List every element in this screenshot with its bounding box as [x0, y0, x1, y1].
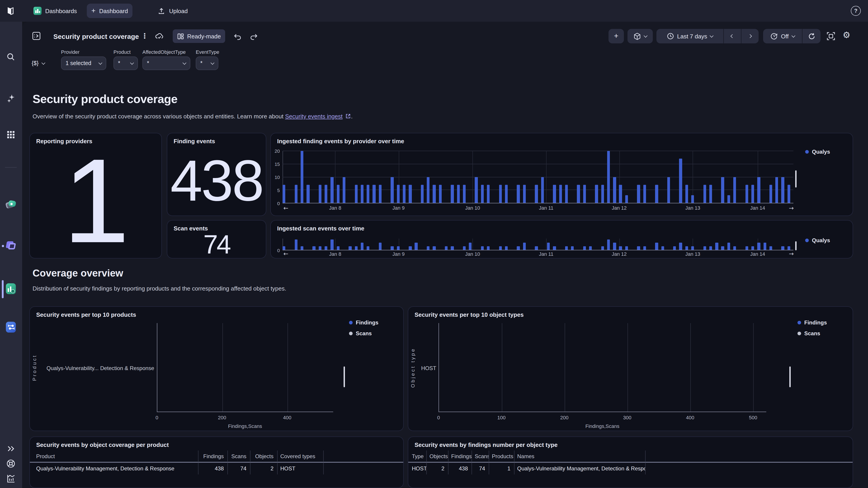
- column-header[interactable]: Product: [30, 451, 198, 463]
- analytics-icon[interactable]: [6, 474, 16, 484]
- legend-item[interactable]: Scans: [349, 330, 378, 337]
- add-tile-button[interactable]: +: [609, 29, 624, 43]
- workflows-app-icon[interactable]: [6, 322, 16, 332]
- security-events-ingest-link[interactable]: Security events ingest: [285, 113, 342, 120]
- pan-right-icon[interactable]: →: [789, 205, 794, 212]
- timeframe-forward-button[interactable]: [741, 29, 758, 43]
- affected-object-type-select[interactable]: *: [143, 57, 190, 70]
- tab-upload[interactable]: Upload: [153, 4, 192, 18]
- legend-scrollbar[interactable]: [795, 241, 797, 250]
- scrollbar[interactable]: [344, 366, 345, 387]
- pan-left-icon[interactable]: ←: [283, 250, 288, 257]
- dashboards-app-icon-active[interactable]: [6, 284, 16, 294]
- column-header[interactable]: Objects: [250, 451, 277, 463]
- cloud-sync-icon[interactable]: [155, 32, 164, 41]
- x-tick-label: Jan 12: [612, 205, 627, 210]
- bar: [770, 185, 772, 203]
- board-icon[interactable]: [32, 31, 41, 41]
- redo-icon[interactable]: [250, 32, 258, 41]
- cube-icon: [633, 32, 641, 40]
- column-header[interactable]: Findings: [198, 451, 227, 463]
- legend-item[interactable]: Findings: [798, 320, 827, 326]
- chart-title: Security events per top 10 products: [36, 311, 136, 318]
- legend-label: Qualys: [812, 237, 830, 243]
- gridline: [565, 323, 565, 412]
- chart-title: Ingested finding events by provider over…: [277, 138, 404, 144]
- column-header[interactable]: Names: [514, 451, 645, 463]
- pan-right-icon[interactable]: →: [789, 250, 794, 257]
- bar: [673, 246, 676, 250]
- apps-grid-icon[interactable]: [6, 130, 16, 140]
- cell: 74: [227, 463, 250, 475]
- column-header[interactable]: Covered types: [277, 451, 323, 463]
- cell-tail: [323, 463, 404, 475]
- support-lifebuoy-icon[interactable]: [6, 459, 16, 468]
- select-value: 1 selected: [66, 60, 91, 66]
- tab-dashboard-active[interactable]: + Dashboard: [87, 4, 132, 18]
- expand-rail-icon[interactable]: [6, 444, 16, 454]
- legend-item[interactable]: Findings: [349, 320, 378, 326]
- legend-item[interactable]: Qualys: [805, 237, 830, 243]
- y-axis: 05101520: [271, 151, 281, 203]
- x-tick-label: Jan 11: [539, 205, 553, 210]
- app-icon-2[interactable]: [6, 241, 16, 251]
- tile-finding-events: Finding events 438: [167, 133, 266, 216]
- x-tick-label: Jan 13: [685, 205, 700, 210]
- timeframe-label: Last 7 days: [677, 33, 707, 39]
- screen: Dashboards + Dashboard Upload ?: [0, 0, 868, 488]
- y-tick-label: 0: [277, 248, 280, 253]
- cell: 1: [489, 463, 514, 475]
- ready-made-badge[interactable]: Ready-made: [173, 29, 225, 43]
- kebab-menu-icon[interactable]: ⋮: [141, 32, 148, 40]
- chart-events-per-object-type: Security events per top 10 object types …: [408, 306, 853, 431]
- pan-left-icon[interactable]: ←: [283, 205, 288, 212]
- timeframe-back-button[interactable]: [724, 29, 741, 43]
- variables-button[interactable]: {$}: [32, 57, 45, 70]
- bar: [745, 246, 748, 250]
- help-icon[interactable]: ?: [851, 6, 861, 16]
- product-select[interactable]: *: [114, 57, 138, 70]
- bar: [613, 177, 616, 203]
- bar: [727, 243, 730, 250]
- active-app-indicator: [2, 280, 4, 298]
- scrollbar[interactable]: [789, 366, 791, 387]
- bar: [661, 246, 664, 250]
- x-tick-label: Jan 14: [750, 251, 765, 257]
- column-header[interactable]: Scans: [227, 451, 250, 463]
- tab-dashboards[interactable]: Dashboards: [29, 4, 81, 18]
- column-header[interactable]: Findings: [448, 451, 471, 463]
- environment-button[interactable]: [627, 29, 653, 43]
- column-header[interactable]: Products: [489, 451, 514, 463]
- legend-item[interactable]: Scans: [798, 330, 827, 337]
- timeframe-selector[interactable]: Last 7 days: [656, 29, 723, 43]
- tab-label: Dashboard: [99, 7, 128, 14]
- legend-item[interactable]: Qualys: [805, 149, 830, 155]
- bar: [745, 185, 748, 203]
- fullscreen-icon[interactable]: [827, 32, 835, 41]
- filter-label: EventType: [196, 49, 219, 55]
- event-type-select[interactable]: *: [196, 57, 218, 70]
- gear-icon[interactable]: ⚙: [843, 30, 850, 40]
- platform-logo-icon[interactable]: [5, 6, 16, 16]
- ai-sparkles-icon[interactable]: [6, 94, 16, 103]
- x-tick-label: 100: [497, 415, 506, 420]
- bar: [505, 246, 508, 250]
- undo-icon[interactable]: [233, 32, 242, 41]
- legend-scrollbar[interactable]: [795, 170, 797, 188]
- column-header[interactable]: Objects: [426, 451, 448, 463]
- provider-select[interactable]: 1 selected: [61, 57, 106, 70]
- chart-events-per-product: Security events per top 10 products Prod…: [29, 306, 404, 431]
- column-header[interactable]: Scans: [471, 451, 489, 463]
- y-axis-label: Product: [32, 338, 37, 397]
- bar: [427, 177, 430, 203]
- chevron-down-icon: [41, 61, 45, 65]
- column-header[interactable]: Type: [408, 451, 426, 463]
- category-label: Qualys-Vulnerability... Detection & Resp…: [42, 365, 154, 371]
- bar: [457, 185, 460, 203]
- search-icon[interactable]: [6, 52, 16, 62]
- bar: [373, 185, 376, 203]
- refresh-button[interactable]: [802, 29, 820, 43]
- auto-refresh-selector[interactable]: Off: [763, 29, 802, 43]
- app-icon-1[interactable]: [6, 199, 16, 209]
- bar: [763, 243, 766, 250]
